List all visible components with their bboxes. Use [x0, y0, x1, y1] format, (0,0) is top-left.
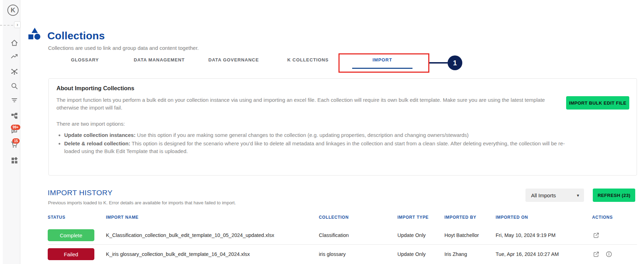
import-name-cell: K_iris glossary_collection_bulk_edit_tem… [106, 251, 250, 257]
annotation-highlight-box [338, 53, 429, 73]
annotation-step-badge: 1 [448, 55, 462, 70]
info-icon [605, 251, 612, 258]
status-badge: Failed [48, 248, 94, 260]
cart-notification-badge: 15 [12, 138, 20, 144]
square-shape-icon [28, 34, 33, 39]
import-bulk-edit-file-button[interactable]: IMPORT BULK EDIT FILE [566, 96, 629, 110]
tab-data-governance[interactable]: DATA GOVERNANCE [196, 53, 271, 73]
chat-notification-badge: 99+ [11, 125, 20, 130]
column-header-actions[interactable]: ACTIONS [592, 215, 613, 220]
open-import-details-button[interactable] [593, 251, 600, 258]
status-badge: Complete [48, 229, 94, 241]
chevron-down-icon: ▾ [577, 193, 579, 198]
page-title: Collections [47, 30, 105, 42]
column-header-imported-on[interactable]: IMPORTED ON [496, 215, 528, 220]
annotation-connector-line [429, 62, 448, 64]
imported-by-cell: Iris Zhang [444, 251, 467, 257]
table-row: Failed K_iris glossary_collection_bulk_e… [48, 245, 637, 263]
imported-on-cell: Tue, Apr 16, 2024 10:27 AM [496, 251, 559, 257]
import-type-cell: Update Only [397, 232, 426, 238]
about-panel-bullet-list: Update collection instances: Use this op… [64, 131, 566, 156]
bullet-delete-reload: Delete & reload collection: This option … [64, 140, 566, 155]
collection-cell: iris glossary [319, 251, 346, 257]
tab-glossary[interactable]: GLOSSARY [48, 53, 122, 73]
import-filter-value: All Imports [531, 192, 556, 198]
home-icon [11, 39, 18, 47]
page-subtitle: Collections are used to link and group d… [48, 45, 199, 51]
launch-icon [593, 232, 600, 239]
filter-list-icon [11, 96, 18, 104]
table-row: Complete K_Classification_collection_bul… [48, 226, 637, 244]
import-name-cell: K_Classification_collection_bulk_edit_te… [106, 232, 274, 238]
import-history-title: IMPORT HISTORY [48, 189, 113, 197]
tab-k-collections[interactable]: K COLLECTIONS [271, 53, 345, 73]
column-header-import-type[interactable]: IMPORT TYPE [397, 215, 429, 220]
sidebar-item-lineage[interactable] [11, 112, 18, 120]
about-panel-paragraph: The import function lets you perform a b… [56, 96, 548, 112]
sidebar: K [3, 0, 20, 264]
collections-page-icon [28, 28, 41, 40]
imported-by-cell: Hoyt Batchellor [444, 232, 479, 238]
apps-grid-icon [11, 157, 18, 164]
app-logo-k-icon[interactable]: K [7, 5, 19, 16]
error-info-button[interactable] [605, 251, 612, 258]
open-import-details-button[interactable] [593, 232, 600, 239]
about-panel-heading: About Importing Collections [56, 85, 134, 92]
launch-icon [593, 251, 600, 258]
search-icon [11, 82, 18, 90]
tab-data-management[interactable]: DATA MANAGEMENT [122, 53, 196, 73]
sidebar-item-filter[interactable] [11, 96, 18, 104]
imported-on-cell: Fri, May 10, 2024 9:19 PM [496, 232, 556, 238]
collection-cell: Classification [319, 232, 349, 238]
trending-up-icon [11, 52, 18, 60]
bullet-update-collection: Update collection instances: Use this op… [64, 131, 566, 139]
import-type-cell: Update Only [397, 251, 426, 257]
sidebar-item-trends[interactable] [11, 52, 18, 60]
sidebar-expand-button[interactable]: › [14, 21, 21, 28]
circle-shape-icon [34, 34, 40, 40]
about-panel-options-intro: There are two import options: [56, 121, 125, 127]
sidebar-item-apps[interactable] [11, 157, 18, 164]
triangle-shape-icon [32, 28, 38, 33]
column-header-imported-by[interactable]: IMPORTED BY [444, 215, 476, 220]
column-header-collection[interactable]: COLLECTION [319, 215, 349, 220]
network-graph-icon [11, 67, 18, 75]
column-header-import-name[interactable]: IMPORT NAME [106, 215, 139, 220]
column-header-status[interactable]: STATUS [48, 215, 65, 220]
hierarchy-icon [11, 112, 18, 120]
sidebar-item-network[interactable] [11, 67, 18, 75]
sidebar-item-home[interactable] [11, 39, 18, 47]
import-history-subtitle: Previous imports loaded to K. Error deta… [48, 200, 236, 205]
refresh-button[interactable]: REFRESH (23) [593, 189, 635, 202]
row-divider [48, 244, 637, 245]
about-importing-panel: About Importing Collections The import f… [48, 78, 637, 176]
sidebar-item-search[interactable] [11, 82, 18, 90]
import-filter-dropdown[interactable]: All Imports ▾ [525, 189, 584, 202]
